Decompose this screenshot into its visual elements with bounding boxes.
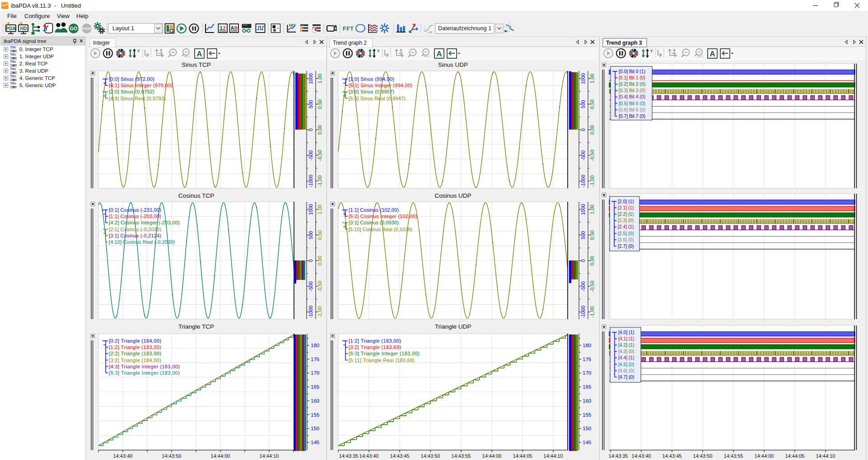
svg-text:-1,00: -1,00 [317,175,322,186]
svg-text:170: 170 [583,370,591,376]
svg-text:[2:1] Cosinus (-0,2030): [2:1] Cosinus (-0,2030) [109,227,161,232]
svg-text:500: 500 [580,231,586,239]
svg-text:A: A [709,50,715,58]
svg-text:1,00: 1,00 [317,204,322,214]
svg-text:145: 145 [583,440,591,445]
svg-text:0,50: 0,50 [589,99,595,109]
svg-text:155: 155 [583,412,591,418]
svg-text:[3:2] Triangle (184,00): [3:2] Triangle (184,00) [109,358,161,363]
svg-text:14:43:40: 14:43:40 [632,453,651,459]
svg-text:[4:10] Cosinus Real (-0,2030): [4:10] Cosinus Real (-0,2030) [109,239,175,245]
svg-text:1000: 1000 [308,204,313,215]
svg-text:[0.3] Bit 3 (0): [0.3] Bit 3 (0) [619,88,645,93]
svg-text:[3:1] Cosinus (0,0930): [3:1] Cosinus (0,0930) [349,220,399,225]
svg-text:0: 0 [308,259,313,262]
svg-text:Cosinus UDP: Cosinus UDP [434,192,471,199]
svg-text:[5:10] Cosinus Real (0,1026): [5:10] Cosinus Real (0,1026) [349,227,412,232]
svg-text:A: A [196,50,202,58]
svg-text:0,00: 0,00 [589,125,595,135]
svg-text:Layout 1: Layout 1 [112,25,134,32]
svg-text:180: 180 [311,343,319,348]
svg-text:500: 500 [580,100,586,108]
svg-text:0. Integer TCP: 0. Integer TCP [19,46,53,52]
svg-text:Y: Y [377,48,380,53]
svg-text:14:43:35: 14:43:35 [609,453,628,459]
svg-text:Sinus TCP: Sinus TCP [182,61,210,68]
svg-text:14:44:00: 14:44:00 [755,453,774,459]
svg-text:-500: -500 [308,281,313,291]
svg-text:GO: GO [70,26,77,31]
svg-text:Trend graph 3: Trend graph 3 [606,40,642,46]
svg-text:Cosinus TCP: Cosinus TCP [178,192,214,199]
svg-text:[0.0] Bit 0 (1): [0.0] Bit 0 (1) [619,69,645,74]
svg-text:14:44:05: 14:44:05 [785,453,805,459]
svg-text:-1,00: -1,00 [317,306,322,317]
svg-text:-1,00: -1,00 [589,175,595,186]
svg-text:[5:3] Triangle Integer (183,00: [5:3] Triangle Integer (183,00) [349,351,420,356]
svg-text:[5:1] Sinus Integer (994,00): [5:1] Sinus Integer (994,00) [349,83,412,88]
svg-text:500: 500 [308,231,313,239]
svg-text:1000: 1000 [580,73,586,84]
svg-text:[2:0] Sinus (0,9792): [2:0] Sinus (0,9792) [109,89,154,94]
svg-text:14:44:10: 14:44:10 [816,453,835,459]
svg-text:[0:2] Triangle (184,00): [0:2] Triangle (184,00) [109,338,161,344]
svg-text:[5:2] Cosinus Integer (102,00): [5:2] Cosinus Integer (102,00) [349,214,417,219]
svg-text:[4:3] Triangle Integer (183,00: [4:3] Triangle Integer (183,00) [109,364,180,369]
svg-text:PDA: PDA [6,26,16,31]
svg-text:14:43:45: 14:43:45 [390,453,410,459]
svg-text:Configure: Configure [24,13,50,19]
svg-text:14:43:35: 14:43:35 [339,453,359,459]
svg-text:File: File [7,13,17,19]
svg-text:175: 175 [583,357,591,362]
svg-text:[4:9] Sinus Real (0,9792): [4:9] Sinus Real (0,9792) [109,96,166,101]
svg-text:ALL: ALL [697,54,704,58]
svg-text:[0:0] Sinus (972,00): [0:0] Sinus (972,00) [109,76,154,82]
svg-text:14:43:50: 14:43:50 [693,453,713,459]
svg-text:View: View [57,13,70,19]
svg-text:0,00: 0,00 [317,125,322,135]
svg-text:[0.2] Bit 2 (0): [0.2] Bit 2 (0) [619,82,645,87]
svg-text:14:43:50: 14:43:50 [162,453,182,459]
svg-text:[1:1] Cosinus (-203,00): [1:1] Cosinus (-203,00) [109,214,161,219]
svg-text:[0.6] Bit 6 (0): [0.6] Bit 6 (0) [619,107,645,112]
svg-text:ALL: ALL [424,54,431,58]
svg-text:[4.7] (0): [4.7] (0) [618,375,634,380]
svg-text:-500: -500 [308,150,313,160]
svg-text:[2.0] (1): [2.0] (1) [618,199,634,204]
svg-text:[1:0] Sinus (994,00): [1:0] Sinus (994,00) [349,76,394,82]
svg-text:[3:0] Sinus (0,9957): [3:0] Sinus (0,9957) [349,89,394,94]
svg-text:B: B [234,25,238,31]
svg-text:5. Generic UDP: 5. Generic UDP [19,83,56,88]
svg-text:1,00: 1,00 [589,204,595,214]
svg-text:14:43:55: 14:43:55 [452,453,471,459]
svg-text:4. Generic TCP: 4. Generic TCP [19,75,55,81]
svg-text:14:43:40: 14:43:40 [359,453,379,459]
svg-text:-0,50: -0,50 [317,150,322,161]
svg-text:14:43:50: 14:43:50 [421,453,440,459]
svg-text:Datenaufzeichnung 1: Datenaufzeichnung 1 [438,25,491,32]
svg-text:[2.1] (1): [2.1] (1) [618,205,634,210]
svg-text:-0,50: -0,50 [589,150,595,161]
svg-text:[4:2] Cosinus Integer (-203,00: [4:2] Cosinus Integer (-203,00) [109,220,180,225]
svg-text:-1000: -1000 [308,306,313,318]
svg-text:[2.2] (1): [2.2] (1) [618,212,634,217]
svg-text:14:44:00: 14:44:00 [211,453,230,459]
svg-text:Y: Y [137,48,140,53]
svg-text:0,00: 0,00 [317,256,322,265]
svg-text:[4.2] (1): [4.2] (1) [618,343,634,348]
svg-text:[0.7] Bit 7 (0): [0.7] Bit 7 (0) [619,114,645,119]
svg-text:1,00: 1,00 [589,74,595,83]
svg-text:160: 160 [311,398,319,404]
svg-text:0: 0 [308,128,313,131]
svg-text:Tbc: Tbc [10,74,16,78]
svg-text:[2.6] (0): [2.6] (0) [618,237,634,242]
svg-text:0,50: 0,50 [317,99,322,109]
svg-text:ibaPDA v8.11.3 - Untitled: ibaPDA v8.11.3 - Untitled [11,2,81,9]
svg-text:Tbc: Tbc [10,52,16,56]
svg-text:-1000: -1000 [580,306,586,318]
svg-text:155: 155 [311,412,319,418]
svg-text:A: A [436,50,442,58]
svg-text:0: 0 [580,259,586,262]
svg-text:Trend graph 2: Trend graph 2 [333,40,367,46]
svg-text:[2.3] (0): [2.3] (0) [618,218,634,223]
